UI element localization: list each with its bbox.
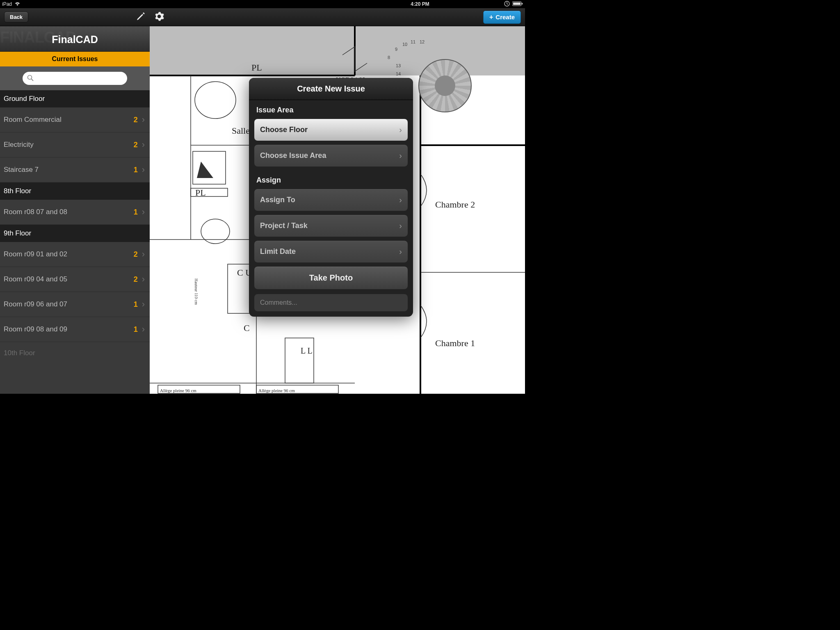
search-wrap [0, 66, 150, 90]
plan-label-salle: Salle [232, 126, 250, 136]
wifi-icon [14, 1, 21, 7]
issue-list[interactable]: Ground FloorRoom Commercial2›Electricity… [0, 90, 150, 394]
section-assign: Assign [254, 170, 408, 189]
row-label: Room r09 01 and 02 [4, 250, 67, 258]
issue-count: 2 [134, 275, 138, 284]
create-issue-popover: Create New Issue Issue Area Choose Floor… [249, 78, 413, 317]
issue-count: 2 [134, 116, 138, 124]
comments-input[interactable]: Comments... [254, 294, 408, 312]
plan-label-hauteur: Hauteur 110 cm [194, 278, 199, 305]
edit-icon[interactable] [136, 11, 146, 23]
row-label: Room r08 07 and 08 [4, 208, 67, 216]
plan-label-pl: PL [251, 62, 262, 73]
list-item[interactable]: Room r08 07 and 081› [0, 200, 150, 225]
svg-text:9: 9 [395, 47, 397, 52]
plan-label-allege1: Allège pleine 96 cm [160, 388, 196, 393]
issue-count: 1 [134, 166, 138, 174]
carrier-label: iPad [2, 1, 12, 7]
svg-point-4 [28, 75, 32, 80]
take-photo-button[interactable]: Take Photo [254, 266, 408, 290]
chevron-right-icon: › [142, 164, 145, 175]
row-label: Room r09 06 and 07 [4, 300, 67, 308]
svg-text:10: 10 [402, 42, 407, 47]
row-label: Room r09 04 and 05 [4, 275, 67, 283]
assign-to-label: Assign To [260, 196, 295, 204]
plan-label-chambre1: Chambre 1 [435, 338, 475, 349]
list-item[interactable]: Room r09 08 and 091› [0, 317, 150, 342]
choose-floor-row[interactable]: Choose Floor › [254, 119, 408, 141]
chevron-right-icon: › [399, 247, 402, 256]
section-header: 9th Floor [0, 225, 150, 242]
row-label: Room Commercial [4, 116, 62, 124]
plan-label-chambre2: Chambre 2 [435, 199, 475, 210]
plus-icon: + [489, 14, 493, 21]
tab-current-issues[interactable]: Current Issues [0, 52, 150, 66]
svg-rect-2 [513, 2, 520, 5]
assign-to-row[interactable]: Assign To › [254, 189, 408, 211]
svg-text:11: 11 [411, 39, 415, 44]
chevron-right-icon: › [142, 324, 145, 335]
floorplan-canvas[interactable]: 8 9 10 11 12 13 14 15 PL PL Salle C U C … [150, 26, 525, 394]
svg-text:14: 14 [396, 71, 401, 76]
issue-count: 1 [134, 325, 138, 334]
search-icon [27, 75, 34, 83]
chevron-right-icon: › [142, 274, 145, 285]
list-item[interactable]: Room Commercial2› [0, 107, 150, 132]
chevron-right-icon: › [142, 249, 145, 260]
plan-label-pl2: PL [195, 187, 206, 198]
chevron-right-icon: › [142, 207, 145, 217]
status-bar: iPad 4:20 PM [0, 0, 525, 8]
create-button[interactable]: + Create [483, 11, 521, 24]
limit-date-row[interactable]: Limit Date › [254, 240, 408, 263]
list-item[interactable]: Staircase 71› [0, 158, 150, 183]
search-input[interactable] [23, 72, 127, 85]
svg-line-5 [32, 79, 34, 81]
choose-area-label: Choose Issue Area [260, 151, 326, 160]
section-header: Ground Floor [0, 90, 150, 107]
clock: 4:20 PM [411, 1, 429, 7]
create-label: Create [495, 14, 515, 21]
plan-label-allege2: Allège pleine 96 cm [258, 388, 295, 393]
section-issue-area: Issue Area [254, 100, 408, 119]
choose-floor-label: Choose Floor [260, 126, 308, 134]
row-label: Electricity [4, 141, 34, 149]
chevron-right-icon: › [399, 151, 402, 160]
chevron-right-icon: › [399, 195, 402, 205]
choose-issue-area-row[interactable]: Choose Issue Area › [254, 144, 408, 167]
issue-count: 2 [134, 141, 138, 149]
chevron-right-icon: › [399, 125, 402, 135]
section-header: 10th Floor [0, 342, 150, 364]
row-label: Staircase 7 [4, 166, 39, 174]
project-task-row[interactable]: Project / Task › [254, 215, 408, 237]
nav-bar: Back + Create [0, 8, 525, 26]
sidebar: FINALCAD FinalCAD Current Issues Ground … [0, 26, 150, 394]
settings-icon[interactable] [154, 11, 164, 23]
row-label: Room r09 08 and 09 [4, 325, 67, 333]
back-button[interactable]: Back [4, 11, 28, 23]
chevron-right-icon: › [142, 139, 145, 150]
chevron-right-icon: › [399, 221, 402, 231]
issue-count: 1 [134, 300, 138, 309]
project-task-label: Project / Task [260, 221, 308, 230]
section-header: 8th Floor [0, 183, 150, 200]
plan-label-cr: C [244, 323, 250, 333]
plan-label-ll: L L [301, 345, 313, 356]
chevron-right-icon: › [142, 114, 145, 125]
list-item[interactable]: Room r09 06 and 071› [0, 292, 150, 317]
app-title-bar: FINALCAD FinalCAD [0, 26, 150, 52]
list-item[interactable]: Room r09 01 and 022› [0, 242, 150, 267]
svg-text:13: 13 [396, 63, 401, 68]
svg-text:12: 12 [420, 39, 425, 44]
limit-date-label: Limit Date [260, 247, 296, 256]
chevron-right-icon: › [142, 299, 145, 310]
battery-icon [512, 1, 523, 7]
list-item[interactable]: Electricity2› [0, 132, 150, 158]
svg-rect-3 [522, 3, 523, 5]
sync-icon [504, 1, 510, 8]
popover-title: Create New Issue [249, 78, 413, 100]
issue-count: 1 [134, 208, 138, 217]
list-item[interactable]: Room r09 04 and 052› [0, 267, 150, 292]
issue-count: 2 [134, 250, 138, 259]
svg-text:8: 8 [388, 55, 390, 60]
